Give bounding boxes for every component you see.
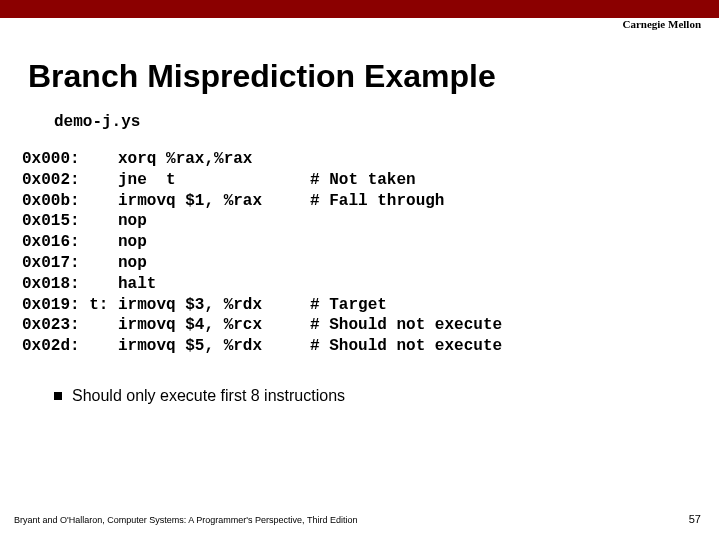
bullet-icon (54, 392, 62, 400)
footer-citation: Bryant and O'Hallaron, Computer Systems:… (14, 515, 357, 525)
note-line: Should only execute first 8 instructions (54, 387, 719, 405)
note-text: Should only execute first 8 instructions (72, 387, 345, 404)
page-number: 57 (689, 513, 701, 525)
filename-label: demo-j.ys (54, 113, 719, 131)
brand-label: Carnegie Mellon (622, 18, 701, 30)
slide-title: Branch Misprediction Example (28, 58, 719, 95)
header-bar (0, 0, 719, 18)
code-listing: 0x000: xorq %rax,%rax 0x002: jne t # Not… (22, 149, 719, 357)
